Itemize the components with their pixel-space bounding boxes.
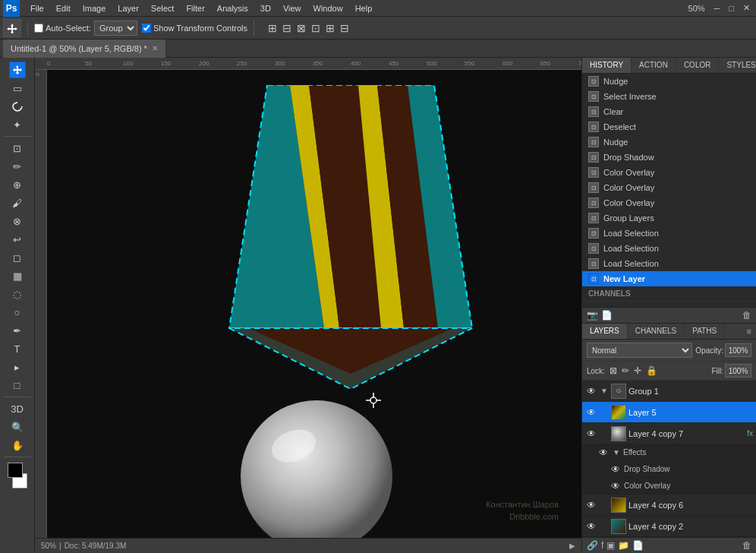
blur-tool-icon[interactable]: ◌	[9, 286, 26, 302]
layer-vis-group1[interactable]: 👁	[585, 385, 597, 397]
align-top-icon[interactable]: ⊡	[310, 21, 322, 36]
layer-vis-layer5[interactable]: 👁	[585, 406, 597, 419]
align-center-v-icon[interactable]: ⊞	[324, 21, 336, 36]
layer-vis-effects[interactable]: 👁	[597, 447, 610, 459]
maximize-btn[interactable]: □	[726, 4, 737, 13]
layer-fx-icon[interactable]: fx	[747, 429, 753, 438]
lock-all-icon[interactable]: 🔒	[646, 365, 657, 376]
lock-position-icon[interactable]: ✛	[634, 365, 641, 376]
add-mask-btn[interactable]: ▣	[606, 540, 615, 551]
auto-select-checkbox[interactable]	[34, 24, 43, 33]
opacity-input[interactable]	[725, 343, 751, 357]
zoom-tool-icon[interactable]: 🔍	[9, 419, 26, 435]
layer-vis-layer4c2[interactable]: 👁	[585, 520, 597, 532]
menu-view[interactable]: View	[277, 2, 307, 14]
history-item-drop-shadow[interactable]: ⊡ Drop Shadow	[582, 150, 756, 165]
layer-vis-coloroverlay[interactable]: 👁	[610, 480, 622, 492]
move-tool-icon[interactable]	[9, 62, 26, 78]
lasso-tool-icon[interactable]	[9, 98, 26, 115]
add-style-btn[interactable]: f	[601, 540, 603, 551]
new-group-btn[interactable]: 📁	[618, 540, 629, 551]
layer-expand-layer5[interactable]	[600, 408, 609, 417]
menu-analysis[interactable]: Analysis	[211, 2, 254, 14]
history-item-deselect[interactable]: ⊡ Deselect	[582, 119, 756, 134]
lock-image-icon[interactable]: ✏	[622, 365, 629, 376]
tab-layers[interactable]: LAYERS	[582, 324, 628, 339]
hand-tool-icon[interactable]: ✋	[9, 437, 26, 453]
show-transform-label[interactable]: Show Transform Controls	[142, 24, 247, 33]
text-tool-icon[interactable]: T	[9, 340, 26, 357]
tab-history[interactable]: HISTORY	[582, 58, 632, 73]
pen-tool-icon[interactable]: ✒	[9, 322, 26, 339]
history-item-load-selection-1[interactable]: ⊡ Load Selection	[582, 226, 756, 241]
menu-filter[interactable]: Filter	[180, 2, 210, 14]
menu-3d[interactable]: 3D	[254, 2, 277, 14]
history-item-load-selection-2[interactable]: ⊡ Load Selection	[582, 241, 756, 256]
layer-vis-dropshadow[interactable]: 👁	[610, 463, 622, 476]
layer-expand-group1[interactable]: ▼	[600, 387, 609, 396]
history-item-clear[interactable]: ⊡ Clear	[582, 104, 756, 119]
menu-layer[interactable]: Layer	[112, 2, 145, 14]
tab-close-btn[interactable]: ✕	[152, 44, 158, 52]
show-transform-checkbox[interactable]	[142, 24, 151, 33]
layer-item-layer5[interactable]: 👁 Layer 5	[582, 402, 756, 423]
layer-item-layer4c2[interactable]: 👁 Layer 4 copy 2	[582, 516, 756, 537]
brush-tool-icon[interactable]: 🖌	[9, 194, 26, 211]
auto-select-checkbox-label[interactable]: Auto-Select:	[34, 24, 91, 33]
history-item-nudge-2[interactable]: ⊡ Nudge	[582, 134, 756, 150]
history-item-new-layer[interactable]: ⊡ New Layer	[582, 271, 756, 286]
layer-vis-layer4c6[interactable]: 👁	[585, 499, 597, 511]
history-brush-icon[interactable]: ↩	[9, 231, 26, 248]
selection-tool-icon[interactable]: ▭	[9, 80, 26, 96]
tab-channels[interactable]: CHANNELS	[628, 324, 685, 339]
menu-file[interactable]: File	[24, 2, 50, 14]
history-snapshot-btn[interactable]: 📷	[587, 310, 598, 321]
tab-action[interactable]: ACTION	[632, 58, 676, 73]
close-btn[interactable]: ✕	[740, 3, 753, 13]
tab-paths[interactable]: PATHS	[685, 324, 725, 339]
auto-select-dropdown[interactable]: Group Layer	[94, 21, 137, 36]
history-delete-btn[interactable]: 🗑	[742, 310, 751, 321]
menu-image[interactable]: Image	[77, 2, 112, 14]
history-item-load-selection-3[interactable]: ⊡ Load Selection	[582, 256, 756, 271]
layer-item-layer4c7[interactable]: 👁 Layer 4 copy 7 fx	[582, 423, 756, 444]
eyedropper-icon[interactable]: ✏	[9, 158, 26, 175]
scroll-right-btn[interactable]: ▶	[569, 542, 575, 550]
align-center-h-icon[interactable]: ⊟	[281, 21, 293, 36]
history-item-select-inverse[interactable]: ⊡ Select Inverse	[582, 89, 756, 104]
dodge-tool-icon[interactable]: ○	[9, 304, 26, 321]
crop-tool-icon[interactable]: ⊡	[9, 140, 26, 156]
layer-expand-layer4c6[interactable]	[600, 501, 609, 510]
layer-item-coloroverlay[interactable]: 👁 Color Overlay	[582, 478, 756, 495]
3d-tool-icon[interactable]: 3D	[9, 400, 26, 417]
layer-item-layer4c6[interactable]: 👁 Layer 4 copy 6	[582, 495, 756, 516]
blend-mode-dropdown[interactable]: Normal Dissolve Multiply Screen	[587, 343, 692, 358]
history-item-color-overlay-1[interactable]: ⊡ Color Overlay	[582, 165, 756, 180]
eraser-icon[interactable]: ◻	[9, 249, 26, 266]
layers-panel-menu-btn[interactable]: ≡	[742, 324, 756, 339]
history-item-color-overlay-2[interactable]: ⊡ Color Overlay	[582, 180, 756, 195]
history-item-color-overlay-3[interactable]: ⊡ Color Overlay	[582, 195, 756, 210]
new-layer-btn[interactable]: 📄	[632, 540, 644, 551]
clone-stamp-icon[interactable]: ⊗	[9, 213, 26, 229]
path-select-icon[interactable]: ▸	[9, 359, 26, 375]
layer-item-effects[interactable]: 👁 ▼ Effects	[582, 444, 756, 461]
history-item-group-layers[interactable]: ⊡ Group Layers	[582, 210, 756, 226]
link-layers-btn[interactable]: 🔗	[587, 540, 598, 551]
foreground-color[interactable]	[8, 463, 23, 478]
minimize-btn[interactable]: ─	[711, 4, 723, 13]
tab-styles[interactable]: STYLES	[719, 58, 756, 73]
menu-edit[interactable]: Edit	[50, 2, 77, 14]
layer-expand-layer4c7[interactable]	[600, 429, 609, 438]
canvas-content[interactable]: Константин ШаровDribbble.com	[47, 70, 581, 553]
move-tool[interactable]	[3, 19, 21, 37]
delete-layer-btn[interactable]: 🗑	[742, 540, 751, 551]
lock-transparent-icon[interactable]: ⊠	[610, 365, 617, 376]
document-tab[interactable]: Untitled-1 @ 50% (Layer 5, RGB/8) * ✕	[3, 40, 166, 58]
layer-expand-effects[interactable]: ▼	[612, 448, 621, 457]
healing-brush-icon[interactable]: ⊕	[9, 176, 26, 193]
menu-help[interactable]: Help	[349, 2, 379, 14]
align-left-icon[interactable]: ⊞	[266, 21, 279, 36]
menu-select[interactable]: Select	[145, 2, 181, 14]
quick-select-icon[interactable]: ✦	[9, 116, 26, 133]
